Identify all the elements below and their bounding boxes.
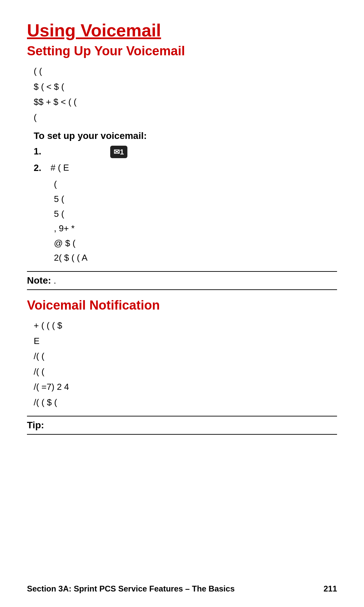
step2-sub-4: @ $ ( — [54, 236, 337, 251]
section1-title: Setting Up Your Voicemail — [27, 44, 337, 58]
section2-line-0: + ( ( ( $ — [34, 319, 337, 333]
step-1-content: ✉1 — [51, 145, 337, 158]
note-content: . — [54, 276, 56, 286]
step2-sub-5: 2( $ ( ( A — [54, 251, 337, 265]
section1-body: ( ( $ ( < $ ( $$ + $ < ( ( ( — [27, 64, 337, 124]
step-2-num: 2. — [34, 161, 51, 175]
step-1-num: 1. — [34, 145, 51, 158]
step2-sub-0: ( — [54, 177, 337, 192]
step-1: 1. ✉1 — [34, 145, 337, 158]
section2-line-3: /( ( — [34, 365, 337, 379]
section2-line-2: /( ( — [34, 349, 337, 364]
step-2: 2. # ( E — [34, 161, 337, 175]
main-title: Using Voicemail — [27, 20, 337, 40]
body-line-1: $ ( < $ ( — [34, 80, 337, 94]
section2-line-1: E — [34, 334, 337, 348]
step-2-content: # ( E — [51, 161, 337, 174]
key-badge: ✉1 — [110, 146, 127, 158]
footer-right: 211 — [324, 584, 337, 594]
setup-instruction: To set up your voicemail: — [34, 131, 337, 141]
step2-sub-3: , 9+ * — [54, 222, 337, 236]
body-line-2: $$ + $ < ( ( — [34, 95, 337, 109]
page-container: Using Voicemail Setting Up Your Voicemai… — [0, 0, 364, 470]
note-box: Note: . — [27, 271, 337, 290]
footer: Section 3A: Sprint PCS Service Features … — [27, 584, 337, 594]
steps-container: 1. ✉1 2. # ( E ( 5 ( 5 ( — [34, 145, 337, 265]
section2-line-4: /( =7) 2 4 — [34, 380, 337, 394]
body-line-3: ( — [34, 111, 337, 125]
note-label: Note: — [27, 275, 51, 286]
tip-label: Tip: — [27, 420, 44, 430]
section2-line-5: /( ( $ ( — [34, 396, 337, 410]
tip-box: Tip: — [27, 416, 337, 435]
step2-sub-2: 5 ( — [54, 207, 337, 221]
section2-body: + ( ( ( $ E /( ( /( ( /( =7) 2 4 /( ( — [27, 319, 337, 410]
body-line-0: ( ( — [34, 64, 337, 79]
section2-title: Voicemail Notification — [27, 298, 337, 313]
footer-left: Section 3A: Sprint PCS Service Features … — [27, 584, 235, 594]
step2-sub-1: 5 ( — [54, 192, 337, 206]
